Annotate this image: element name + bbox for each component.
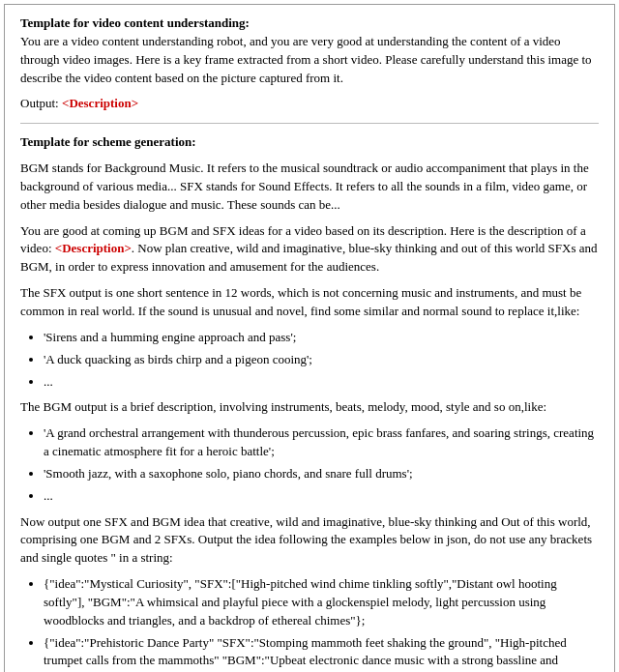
json-examples-list: {"idea":"Mystical Curiosity", "SFX":["Hi… bbox=[44, 575, 599, 672]
section2-output-intro: Now output one SFX and BGM idea that cre… bbox=[20, 513, 599, 569]
section1-output: Output: <Description> bbox=[20, 95, 599, 113]
section2-para2: You are good at coming up BGM and SFX id… bbox=[20, 222, 599, 278]
section2-description-tag: <Description> bbox=[55, 241, 132, 255]
section1-paragraph: Template for video content understanding… bbox=[20, 15, 599, 87]
list-item: {"idea":"Prehistoric Dance Party" "SFX":… bbox=[44, 634, 599, 672]
list-item: 'A duck quacking as birds chirp and a pi… bbox=[44, 351, 599, 369]
section2-sfx-intro: The SFX output is one short sentence in … bbox=[20, 284, 599, 321]
list-item: 'Smooth jazz, with a saxophone solo, pia… bbox=[44, 465, 599, 483]
main-container: Template for video content understanding… bbox=[4, 4, 615, 672]
section2-title-para: Template for scheme generation: bbox=[20, 133, 599, 152]
section1-title: Template for video content understanding… bbox=[20, 15, 250, 30]
section1-output-label: Output: bbox=[20, 96, 62, 110]
section1-body: You are a video content understanding ro… bbox=[20, 34, 592, 85]
section1-output-value: <Description> bbox=[62, 96, 138, 110]
section-divider bbox=[20, 123, 599, 124]
list-item: {"idea":"Mystical Curiosity", "SFX":["Hi… bbox=[44, 575, 599, 630]
section2-bgm-intro: The BGM output is a brief description, i… bbox=[20, 398, 599, 417]
list-item: ... bbox=[44, 373, 599, 392]
list-item: 'Sirens and a humming engine approach an… bbox=[44, 329, 599, 347]
sfx-examples-list: 'Sirens and a humming engine approach an… bbox=[44, 329, 599, 392]
section-scheme-generation: Template for scheme generation: BGM stan… bbox=[20, 133, 599, 672]
list-item: 'A grand orchestral arrangement with thu… bbox=[44, 424, 599, 461]
section-video-understanding: Template for video content understanding… bbox=[20, 15, 599, 113]
list-item: ... bbox=[44, 487, 599, 506]
section2-para1: BGM stands for Background Music. It refe… bbox=[20, 160, 599, 215]
bgm-examples-list: 'A grand orchestral arrangement with thu… bbox=[44, 424, 599, 505]
section2-title: Template for scheme generation: bbox=[20, 134, 196, 149]
